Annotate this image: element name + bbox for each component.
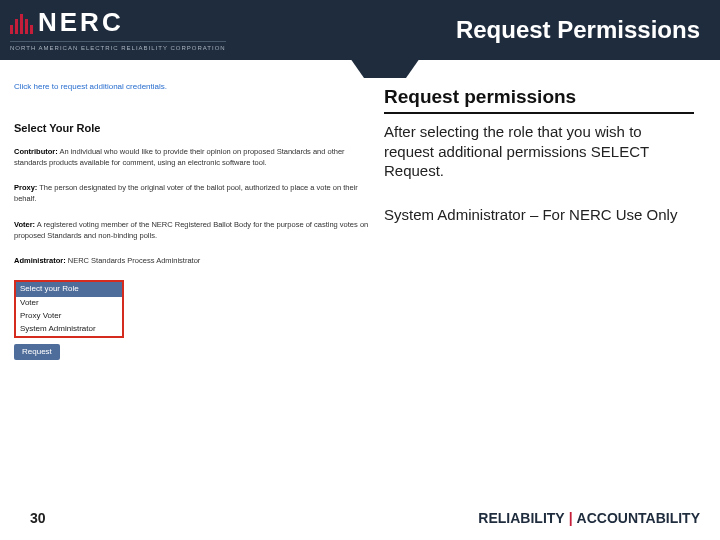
role-admin-label: Administrator: [14, 256, 66, 265]
dropdown-selected[interactable]: Select your Role [16, 282, 122, 297]
explanation-panel: Request permissions After selecting the … [384, 82, 694, 360]
logo-main: NERC [10, 9, 226, 37]
motto-separator: | [569, 510, 573, 526]
motto-right: ACCOUNTABILITY [577, 510, 700, 526]
footer: 30 RELIABILITY|ACCOUNTABILITY [0, 510, 720, 526]
panel-title: Request permissions [384, 86, 694, 114]
role-admin: Administrator: NERC Standards Process Ad… [14, 255, 372, 266]
content: Click here to request additional credent… [0, 60, 720, 360]
role-proxy-label: Proxy: [14, 183, 37, 192]
screenshot-panel: Click here to request additional credent… [14, 82, 372, 360]
logo-bars-icon [10, 12, 35, 38]
footer-motto: RELIABILITY|ACCOUNTABILITY [478, 510, 700, 526]
role-voter-label: Voter: [14, 220, 35, 229]
role-proxy-text: The person designated by the original vo… [14, 183, 358, 203]
dropdown-option-sysadmin[interactable]: System Administrator [16, 323, 122, 336]
role-proxy: Proxy: The person designated by the orig… [14, 182, 372, 205]
role-dropdown[interactable]: Select your Role Voter Proxy Voter Syste… [14, 280, 124, 337]
slide-title: Request Permissions [456, 16, 700, 44]
role-contributor-label: Contributor: [14, 147, 58, 156]
select-role-heading: Select Your Role [14, 121, 372, 136]
role-contributor: Contributor: An individual who would lik… [14, 146, 372, 169]
motto-left: RELIABILITY [478, 510, 564, 526]
dropdown-option-proxy[interactable]: Proxy Voter [16, 310, 122, 323]
logo: NERC NORTH AMERICAN ELECTRIC RELIABILITY… [10, 9, 226, 50]
role-voter-text: A registered voting member of the NERC R… [14, 220, 368, 240]
panel-body-1: After selecting the role that you wish t… [384, 122, 694, 181]
dropdown-option-voter[interactable]: Voter [16, 297, 122, 310]
role-contributor-text: An individual who would like to provide … [14, 147, 345, 167]
tab-notch-icon [350, 58, 420, 78]
panel-body-2: System Administrator – For NERC Use Only [384, 205, 694, 225]
role-voter: Voter: A registered voting member of the… [14, 219, 372, 242]
role-admin-text: NERC Standards Process Administrator [66, 256, 201, 265]
request-credentials-link[interactable]: Click here to request additional credent… [14, 82, 372, 93]
logo-subtitle: NORTH AMERICAN ELECTRIC RELIABILITY CORP… [10, 41, 226, 51]
page-number: 30 [30, 510, 46, 526]
request-button[interactable]: Request [14, 344, 60, 361]
logo-text: NERC [38, 7, 124, 37]
